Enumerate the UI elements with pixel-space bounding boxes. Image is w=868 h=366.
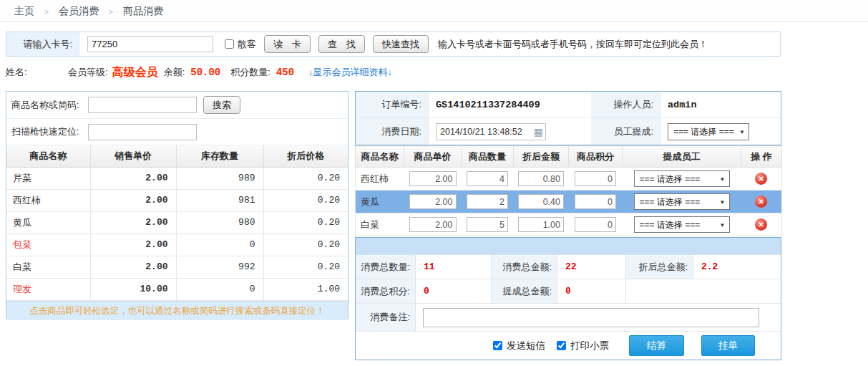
member-detail-toggle[interactable]: ↓显示会员详细资料↓	[308, 66, 392, 79]
delete-row-icon[interactable]: ✕	[755, 173, 767, 185]
member-balance-value: 50.00	[190, 67, 220, 78]
total-discount-value: 2.2	[693, 255, 781, 279]
product-col-discounted: 折后价格	[263, 145, 348, 167]
order-no-value: GS1410211337284409	[436, 100, 540, 110]
cart-col-amount: 折后金额	[514, 146, 569, 168]
total-qty-label: 消费总数量:	[356, 255, 416, 279]
cart-price-input[interactable]	[409, 171, 457, 186]
card-number-input[interactable]	[87, 36, 213, 52]
product-col-stock: 库存数量	[176, 145, 263, 167]
order-no-label: 订单编号:	[356, 92, 429, 117]
consume-date-field: ▦	[436, 123, 546, 140]
product-search-input[interactable]	[88, 97, 197, 113]
cart-staff-select[interactable]: === 请选择 ===	[634, 216, 730, 233]
total-amount-value: 22	[557, 255, 626, 279]
cart-row: 白菜 === 请选择 ===▼ ✕	[356, 213, 782, 236]
member-name-label: 姓名:	[6, 66, 68, 79]
product-row[interactable]: 理发 10.00 0 1.00	[6, 278, 348, 300]
breadcrumb-separator: ＞	[107, 6, 115, 16]
operator-label: 操作人员:	[592, 92, 660, 117]
calendar-icon[interactable]: ▦	[534, 127, 543, 137]
cart-col-price: 商品单价	[404, 146, 462, 168]
cart-amount-input[interactable]	[518, 171, 564, 186]
total-commission-label: 提成总金额:	[492, 279, 557, 304]
order-summary-box: 消费总数量: 11 消费总金额: 22 折后总金额: 2.2 消费总积分: 0 …	[355, 237, 781, 360]
total-points-value: 0	[416, 279, 492, 304]
breadcrumb-goods-consume: 商品消费	[123, 5, 163, 16]
member-level-value: 高级会员	[112, 65, 158, 80]
guest-label: 散客	[238, 38, 256, 51]
cart-points-input[interactable]	[575, 171, 616, 186]
total-points-label: 消费总积分:	[356, 279, 416, 304]
send-sms-checkbox[interactable]	[493, 341, 502, 350]
print-receipt-label: 打印小票	[570, 339, 609, 352]
total-commission-value: 0	[557, 279, 626, 304]
member-points-label: 积分数量:	[230, 66, 270, 79]
remark-input[interactable]	[423, 308, 759, 327]
cart-points-input[interactable]	[575, 194, 616, 209]
product-row[interactable]: 芹菜 2.00 989 0.20	[6, 167, 348, 189]
consume-date-input[interactable]	[440, 127, 534, 137]
read-card-button[interactable]: 读 卡	[264, 35, 311, 53]
breadcrumb-home[interactable]: 主页	[14, 5, 34, 16]
cart-col-operate: 操 作	[741, 146, 782, 168]
scanner-locate-label: 扫描枪快速定位:	[11, 125, 88, 138]
remark-label: 消费备注:	[356, 304, 416, 332]
hold-order-button[interactable]: 挂单	[701, 335, 755, 356]
breadcrumb-member-consume[interactable]: 会员消费	[59, 5, 99, 16]
print-receipt-checkbox[interactable]	[557, 341, 566, 350]
cart-points-input[interactable]	[575, 217, 616, 232]
product-search-label: 商品名称或简码:	[11, 99, 88, 112]
card-search-panel: 请输入卡号: 散客 读 卡 查 找 快速查找 输入卡号或者卡面号码或者手机号码，…	[6, 32, 781, 57]
delete-row-icon[interactable]: ✕	[755, 218, 767, 231]
quick-find-button[interactable]: 快速查找	[373, 35, 429, 53]
card-number-label: 请输入卡号:	[6, 32, 79, 56]
order-info-box: 订单编号: GS1410211337284409 操作人员: admin 消费日…	[355, 91, 781, 145]
consume-date-label: 消费日期:	[356, 118, 429, 145]
member-level-label: 会员等级:	[68, 66, 108, 79]
send-sms-label: 发送短信	[507, 339, 545, 352]
member-balance-label: 余额:	[164, 66, 185, 79]
product-table: 商品名称 销售单价 库存数量 折后价格 芹菜 2.00 989 0.20 西红柿…	[6, 145, 348, 301]
find-button[interactable]: 查 找	[318, 35, 365, 53]
scanner-locate-input[interactable]	[88, 124, 197, 140]
product-search-button[interactable]: 搜索	[203, 96, 240, 114]
delete-row-icon[interactable]: ✕	[755, 196, 767, 208]
cart-staff-select[interactable]: === 请选择 ===	[634, 193, 730, 210]
breadcrumb-separator: ＞	[42, 6, 51, 16]
cart-qty-input[interactable]	[467, 194, 508, 209]
cart-qty-input[interactable]	[467, 217, 508, 232]
member-info-row: 姓名: 会员等级: 高级会员 余额: 50.00 积分数量: 450 ↓显示会员…	[6, 63, 781, 82]
cart-staff-select[interactable]: === 请选择 ===	[634, 170, 730, 187]
cart-table: 商品名称 商品单价 商品数量 折后金额 商品积分 提成员工 操 作 西红柿 ==…	[355, 145, 782, 236]
total-discount-label: 折后总金额:	[626, 255, 693, 279]
summary-empty-cell	[626, 279, 781, 304]
card-search-hint: 输入卡号或者卡面号码或者手机号码，按回车即可定位到此会员！	[438, 38, 708, 51]
cart-col-qty: 商品数量	[462, 146, 514, 168]
product-panel: 商品名称或简码: 搜索 扫描枪快速定位: 商品名称 销售单价 库存数量 折后价格…	[6, 91, 348, 319]
cart-price-input[interactable]	[409, 217, 457, 232]
operator-value: admin	[668, 100, 697, 110]
cart-amount-input[interactable]	[518, 217, 564, 232]
product-row[interactable]: 包菜 2.00 0 0.20	[6, 233, 348, 256]
total-amount-label: 消费总金额:	[492, 255, 557, 279]
cart-qty-input[interactable]	[467, 171, 508, 186]
cart-col-points: 商品积分	[569, 146, 623, 168]
product-col-price: 销售单价	[90, 145, 176, 167]
total-qty-value: 11	[416, 255, 492, 279]
settle-button[interactable]: 结算	[629, 335, 684, 356]
summary-spacer-band	[356, 238, 781, 255]
product-row[interactable]: 白菜 2.00 992 0.20	[6, 256, 348, 278]
guest-checkbox[interactable]	[225, 39, 234, 49]
product-col-name: 商品名称	[6, 145, 90, 167]
cart-amount-input[interactable]	[518, 194, 564, 209]
product-row[interactable]: 西红柿 2.00 981 0.20	[6, 189, 348, 211]
cart-col-staff: 提成员工	[623, 146, 741, 168]
cart-col-name: 商品名称	[356, 146, 404, 168]
product-row[interactable]: 黄瓜 2.00 980 0.20	[6, 211, 348, 233]
staff-commission-select[interactable]: === 请选择 ===	[668, 123, 749, 140]
cart-price-input[interactable]	[409, 194, 457, 209]
member-points-value: 450	[276, 67, 294, 78]
staff-commission-label: 员工提成:	[592, 118, 660, 145]
breadcrumb: 主页＞会员消费＞商品消费	[0, 0, 868, 22]
